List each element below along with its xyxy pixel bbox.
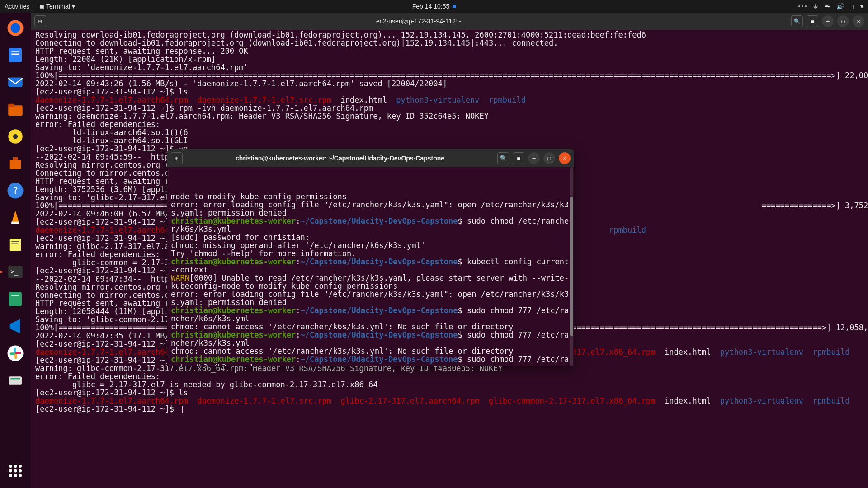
dock-calc[interactable] xyxy=(3,286,28,312)
new-tab-button[interactable]: ⊞ xyxy=(34,15,46,27)
dock-mail[interactable] xyxy=(3,70,28,95)
svg-rect-14 xyxy=(11,222,19,224)
dock-scanner[interactable] xyxy=(3,368,28,393)
svg-point-32 xyxy=(9,469,12,473)
svg-rect-5 xyxy=(8,78,23,87)
dock-help[interactable]: ? xyxy=(3,178,28,203)
svg-point-37 xyxy=(19,474,22,477)
fg-maximize-button[interactable]: ▢ xyxy=(543,152,555,164)
activities-button[interactable]: Activities xyxy=(5,3,29,10)
svg-rect-28 xyxy=(11,378,20,380)
svg-rect-11 xyxy=(13,157,18,160)
fg-hamburger-menu-icon[interactable]: ≡ xyxy=(513,152,524,164)
svg-point-9 xyxy=(13,134,18,139)
gnome-topbar: Activities ▣ Terminal ▾ Feb 14 10:55 ✳ ⥲… xyxy=(0,0,868,13)
fg-minimize-button[interactable]: — xyxy=(528,152,540,164)
svg-text:?: ? xyxy=(13,185,19,196)
fg-terminal-titlebar[interactable]: ⊞ christian@kubernetes-worker: ~/Capston… xyxy=(167,149,574,167)
svg-point-1 xyxy=(11,23,20,33)
svg-point-31 xyxy=(19,465,22,468)
dock-firefox[interactable] xyxy=(3,15,28,41)
svg-rect-26 xyxy=(15,352,21,354)
dock-rhythmbox[interactable] xyxy=(3,124,28,149)
dock-files[interactable] xyxy=(3,97,28,122)
svg-rect-10 xyxy=(10,160,21,169)
svg-rect-15 xyxy=(10,239,21,251)
fg-terminal-title: christian@kubernetes-worker: ~/Capstone/… xyxy=(186,155,494,162)
svg-point-35 xyxy=(9,474,12,477)
svg-point-29 xyxy=(9,465,12,468)
ubuntu-dock: ? >_ xyxy=(0,13,31,488)
svg-rect-21 xyxy=(11,295,19,296)
svg-rect-25 xyxy=(14,353,17,359)
maximize-button[interactable]: ▢ xyxy=(837,15,849,27)
fg-search-icon[interactable]: 🔍 xyxy=(497,152,509,164)
svg-point-30 xyxy=(14,465,17,468)
power-menu-icon[interactable]: ▾ xyxy=(860,3,863,10)
overflow-icon[interactable] xyxy=(798,5,807,7)
svg-point-34 xyxy=(19,469,22,473)
svg-point-22 xyxy=(8,346,24,361)
close-button[interactable]: ✕ xyxy=(853,15,864,27)
fg-close-button[interactable]: ✕ xyxy=(559,152,571,164)
fg-scrollbar[interactable] xyxy=(570,167,573,366)
svg-rect-24 xyxy=(10,352,15,355)
svg-point-33 xyxy=(14,469,17,473)
terminal-menu-label: Terminal ▾ xyxy=(46,3,75,10)
dock-terminal[interactable]: >_ xyxy=(3,259,28,285)
fg-scrollbar-thumb[interactable] xyxy=(570,197,573,336)
svg-rect-20 xyxy=(9,292,22,306)
foreground-terminal-window: ⊞ christian@kubernetes-worker: ~/Capston… xyxy=(167,149,574,366)
svg-point-36 xyxy=(14,474,17,477)
dock-show-apps[interactable] xyxy=(3,458,28,483)
svg-text:>_: >_ xyxy=(11,268,19,276)
bg-terminal-titlebar: ⊞ ec2-user@ip-172-31-94-112:~ 🔍 ≡ — ▢ ✕ xyxy=(31,13,868,30)
minimize-button[interactable]: — xyxy=(822,15,834,27)
clock[interactable]: Feb 14 10:55 xyxy=(412,3,450,10)
hamburger-menu-icon[interactable]: ≡ xyxy=(807,15,818,27)
svg-rect-2 xyxy=(9,48,22,62)
battery-icon[interactable]: ▯ xyxy=(850,3,854,10)
terminal-menu[interactable]: ▣ Terminal ▾ xyxy=(38,3,75,10)
dock-vscode[interactable] xyxy=(3,314,28,339)
fg-terminal-body[interactable]: mode to modify kube config permissionser… xyxy=(167,167,574,366)
svg-rect-27 xyxy=(9,376,22,385)
settings-gear-icon[interactable]: ✳ xyxy=(813,3,818,10)
svg-rect-17 xyxy=(11,244,18,244)
bg-terminal-title: ec2-user@ip-172-31-94-112:~ xyxy=(50,18,788,25)
terminal-icon: ▣ xyxy=(38,3,44,10)
dock-gedit[interactable] xyxy=(3,232,28,258)
dock-slack[interactable] xyxy=(3,341,28,366)
fg-new-tab-button[interactable]: ⊞ xyxy=(171,152,183,164)
svg-rect-3 xyxy=(11,51,19,52)
svg-rect-4 xyxy=(11,54,19,55)
dock-writer[interactable] xyxy=(3,42,28,68)
notification-dot-icon xyxy=(452,5,456,8)
dock-vlc[interactable] xyxy=(3,205,28,230)
dock-software[interactable] xyxy=(3,151,28,176)
network-icon[interactable]: ⥲ xyxy=(825,3,830,10)
volume-icon[interactable]: 🔊 xyxy=(836,3,844,10)
search-icon[interactable]: 🔍 xyxy=(791,15,803,27)
svg-rect-7 xyxy=(8,104,14,107)
svg-rect-16 xyxy=(11,241,19,242)
